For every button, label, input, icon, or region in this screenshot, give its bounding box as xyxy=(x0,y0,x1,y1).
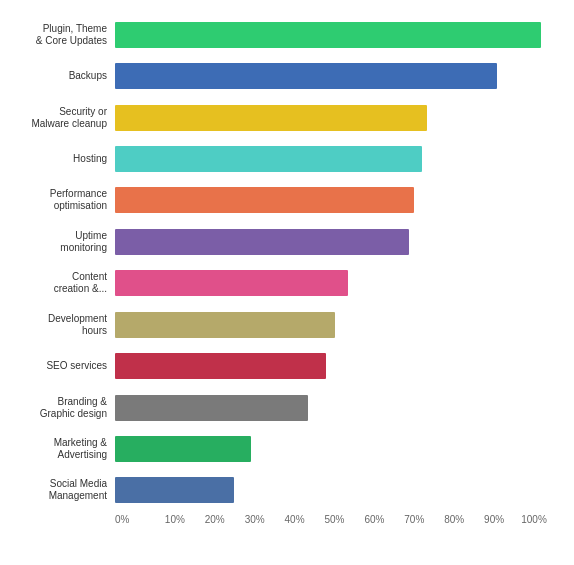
x-axis-tick: 70% xyxy=(394,514,434,525)
x-axis-tick: 90% xyxy=(474,514,514,525)
bar-fill xyxy=(115,63,497,89)
bar-row: SEO services xyxy=(10,346,554,385)
chart-area: Plugin, Theme & Core UpdatesBackupsSecur… xyxy=(10,15,554,510)
bar-track xyxy=(115,181,554,220)
bar-row: Social Media Management xyxy=(10,471,554,510)
bar-track xyxy=(115,139,554,178)
bar-fill xyxy=(115,353,326,379)
bar-fill xyxy=(115,229,409,255)
x-axis: 0%10%20%30%40%50%60%70%80%90%100% xyxy=(115,514,554,525)
bar-label: Backups xyxy=(10,70,115,82)
bar-fill xyxy=(115,477,234,503)
x-axis-tick: 50% xyxy=(315,514,355,525)
bar-row: Marketing & Advertising xyxy=(10,429,554,468)
bar-fill xyxy=(115,22,541,48)
x-axis-tick: 10% xyxy=(155,514,195,525)
bar-track xyxy=(115,471,554,510)
bar-row: Security or Malware cleanup xyxy=(10,98,554,137)
bar-track xyxy=(115,56,554,95)
bar-label: Marketing & Advertising xyxy=(10,437,115,461)
bar-row: Backups xyxy=(10,56,554,95)
bar-track xyxy=(115,264,554,303)
bar-label: Uptime monitoring xyxy=(10,230,115,254)
bar-label: Plugin, Theme & Core Updates xyxy=(10,23,115,47)
bar-track xyxy=(115,222,554,261)
chart-container: Plugin, Theme & Core UpdatesBackupsSecur… xyxy=(0,0,574,565)
x-axis-tick: 30% xyxy=(235,514,275,525)
bar-label: SEO services xyxy=(10,360,115,372)
bar-fill xyxy=(115,395,308,421)
bar-fill xyxy=(115,187,414,213)
bar-fill xyxy=(115,270,348,296)
bar-label: Performance optimisation xyxy=(10,188,115,212)
bar-label: Branding & Graphic design xyxy=(10,396,115,420)
bar-track xyxy=(115,388,554,427)
bar-label: Social Media Management xyxy=(10,478,115,502)
x-axis-tick: 60% xyxy=(354,514,394,525)
x-axis-tick: 80% xyxy=(434,514,474,525)
bar-fill xyxy=(115,105,427,131)
bar-row: Branding & Graphic design xyxy=(10,388,554,427)
bar-row: Performance optimisation xyxy=(10,181,554,220)
bar-fill xyxy=(115,436,251,462)
bar-track xyxy=(115,305,554,344)
bar-label: Content creation &... xyxy=(10,271,115,295)
bar-row: Development hours xyxy=(10,305,554,344)
bar-label: Security or Malware cleanup xyxy=(10,106,115,130)
bar-row: Plugin, Theme & Core Updates xyxy=(10,15,554,54)
bar-label: Development hours xyxy=(10,313,115,337)
bar-fill xyxy=(115,312,335,338)
bar-track xyxy=(115,429,554,468)
bar-track xyxy=(115,15,554,54)
bar-row: Content creation &... xyxy=(10,264,554,303)
bar-track xyxy=(115,346,554,385)
bar-track xyxy=(115,98,554,137)
bar-row: Uptime monitoring xyxy=(10,222,554,261)
bar-row: Hosting xyxy=(10,139,554,178)
x-axis-tick: 100% xyxy=(514,514,554,525)
x-axis-tick: 40% xyxy=(275,514,315,525)
bar-label: Hosting xyxy=(10,153,115,165)
x-axis-tick: 0% xyxy=(115,514,155,525)
bar-fill xyxy=(115,146,422,172)
x-axis-tick: 20% xyxy=(195,514,235,525)
